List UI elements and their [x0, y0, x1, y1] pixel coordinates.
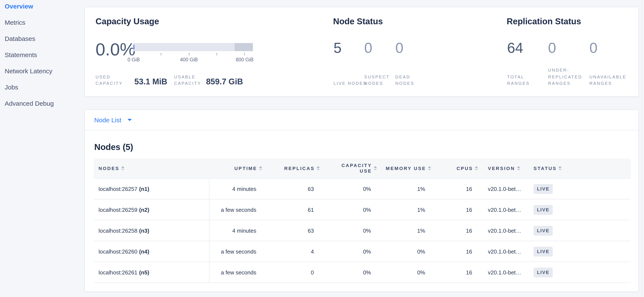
scrollbar[interactable]	[642, 0, 644, 297]
capacity-usage-bar: 0 GiB 400 GiB 800 GiB	[133, 43, 253, 51]
node-address: localhost:26258	[98, 227, 137, 234]
node-list-dropdown-label: Node List	[94, 116, 121, 124]
status-badge: LIVE	[534, 267, 553, 277]
unavailable-ranges-label: UNAVAILABLE RANGES	[590, 73, 624, 86]
status-cell: LIVE	[532, 220, 631, 241]
capacity-reserved-segment	[234, 43, 253, 51]
column-header-memory-use[interactable]: MEMORY USE	[379, 159, 433, 178]
node-address-cell[interactable]: localhost:26257 (n1)	[94, 179, 210, 199]
node-id: (n2)	[139, 206, 149, 213]
sort-icon	[558, 166, 562, 171]
sidebar-item-metrics[interactable]: Metrics	[0, 14, 84, 31]
sort-icon	[517, 166, 520, 171]
sort-icon	[259, 166, 262, 171]
node-address-cell[interactable]: localhost:26258 (n3)	[94, 220, 210, 241]
memory-cell: 1%	[379, 179, 433, 199]
sidebar-item-databases[interactable]: Databases	[0, 31, 84, 47]
version-cell: v20.1.0-bet…	[480, 179, 532, 199]
nodes-table: NODES UPTIME REPLICAS CAPACITY USE MEMOR…	[94, 159, 631, 283]
sidebar-item-network-latency[interactable]: Network Latency	[0, 63, 84, 79]
column-label: NODES	[98, 166, 120, 171]
node-address: localhost:26261	[98, 269, 137, 276]
capacity-stats-row: USED CAPACITY 53.1 MiB USABLE CAPACITY 8…	[96, 69, 243, 86]
table-header-row: NODES UPTIME REPLICAS CAPACITY USE MEMOR…	[94, 159, 631, 179]
capacity-cell: 0%	[322, 179, 379, 199]
under-replicated-label: UNDER-REPLICATED RANGES	[548, 67, 582, 86]
node-id: (n5)	[139, 269, 149, 276]
column-label: UPTIME	[234, 166, 257, 171]
under-replicated-value: 0	[548, 39, 587, 56]
sort-icon	[475, 166, 478, 171]
column-header-uptime[interactable]: UPTIME	[210, 159, 264, 178]
node-address-cell[interactable]: localhost:26260 (n4)	[94, 241, 210, 262]
status-cell: LIVE	[532, 199, 631, 220]
status-badge: LIVE	[534, 247, 553, 256]
column-label: MEMORY USE	[386, 166, 426, 171]
table-row[interactable]: localhost:26258 (n3) 4 minutes 63 0% 1% …	[94, 220, 631, 241]
axis-tick	[244, 53, 245, 55]
version-cell: v20.1.0-bet…	[480, 262, 532, 283]
dead-nodes-value: 0	[395, 39, 434, 56]
capacity-used-segment	[134, 45, 134, 49]
node-address-cell[interactable]: localhost:26261 (n5)	[94, 262, 210, 283]
cpus-cell: 16	[433, 241, 480, 262]
capacity-cell: 0%	[322, 262, 379, 283]
status-badge: LIVE	[534, 205, 553, 215]
axis-label-400gib: 400 GiB	[180, 57, 198, 63]
unavailable-ranges-stat: 0 UNAVAILABLE RANGES	[590, 39, 629, 86]
node-status-title: Node Status	[333, 16, 383, 26]
column-label: CAPACITY USE	[340, 163, 372, 174]
node-list-dropdown[interactable]: Node List	[85, 110, 638, 130]
table-row[interactable]: localhost:26259 (n2) a few seconds 61 0%…	[94, 199, 631, 220]
table-row[interactable]: localhost:26260 (n4) a few seconds 4 0% …	[94, 241, 631, 262]
caret-down-icon	[128, 119, 132, 121]
capacity-usage-title: Capacity Usage	[96, 16, 159, 26]
memory-cell: 0%	[379, 262, 433, 283]
node-list-card: Node List Nodes (5) NODES UPTIME REPLICA…	[84, 109, 639, 292]
live-nodes-label: LIVE NODES	[334, 80, 368, 86]
sidebar-item-advanced-debug[interactable]: Advanced Debug	[0, 95, 84, 112]
replicas-cell: 61	[264, 199, 322, 220]
sidebar-item-jobs[interactable]: Jobs	[0, 79, 84, 95]
node-id: (n3)	[139, 227, 149, 234]
axis-tick	[189, 53, 189, 55]
column-label: CPUS	[456, 166, 473, 171]
uptime-cell: a few seconds	[210, 241, 264, 262]
column-header-cpus[interactable]: CPUS	[433, 159, 480, 178]
sidebar-item-overview[interactable]: Overview	[0, 0, 84, 14]
version-cell: v20.1.0-bet…	[480, 220, 532, 241]
replication-status-title: Replication Status	[507, 16, 581, 26]
status-cell: LIVE	[532, 241, 631, 262]
memory-cell: 1%	[379, 220, 433, 241]
column-header-status[interactable]: STATUS	[532, 159, 631, 178]
suspect-nodes-label: SUSPECT NODES	[364, 73, 398, 86]
used-capacity-value: 53.1 MiB	[134, 77, 167, 86]
axis-label-0gib: 0 GiB	[128, 57, 140, 63]
table-row[interactable]: localhost:26261 (n5) a few seconds 0 0% …	[94, 262, 631, 283]
sidebar: Overview Metrics Databases Statements Ne…	[0, 0, 84, 112]
cpus-cell: 16	[433, 262, 480, 283]
dead-nodes-label: DEAD NODES	[395, 73, 430, 86]
uptime-cell: a few seconds	[210, 262, 264, 283]
memory-cell: 0%	[379, 241, 433, 262]
column-header-version[interactable]: VERSION	[480, 159, 532, 178]
column-header-replicas[interactable]: REPLICAS	[264, 159, 322, 178]
column-header-nodes[interactable]: NODES	[94, 159, 210, 178]
node-address-cell[interactable]: localhost:26259 (n2)	[94, 199, 210, 220]
axis-tick	[133, 53, 134, 55]
version-cell: v20.1.0-bet…	[480, 199, 532, 220]
usable-capacity-label: USABLE CAPACITY	[174, 73, 201, 86]
node-address: localhost:26259	[98, 206, 137, 213]
sort-icon	[428, 166, 431, 171]
version-cell: v20.1.0-bet…	[480, 241, 532, 262]
node-address: localhost:26260	[98, 248, 137, 255]
cpus-cell: 16	[433, 220, 480, 241]
table-row[interactable]: localhost:26257 (n1) 4 minutes 63 0% 1% …	[94, 179, 631, 199]
status-badge: LIVE	[534, 184, 553, 194]
capacity-cell: 0%	[322, 220, 379, 241]
axis-tick	[217, 53, 217, 55]
column-header-capacity-use[interactable]: CAPACITY USE	[322, 159, 379, 178]
sidebar-item-statements[interactable]: Statements	[0, 47, 84, 63]
nodes-count-heading: Nodes (5)	[94, 142, 133, 152]
capacity-cell: 0%	[322, 241, 379, 262]
